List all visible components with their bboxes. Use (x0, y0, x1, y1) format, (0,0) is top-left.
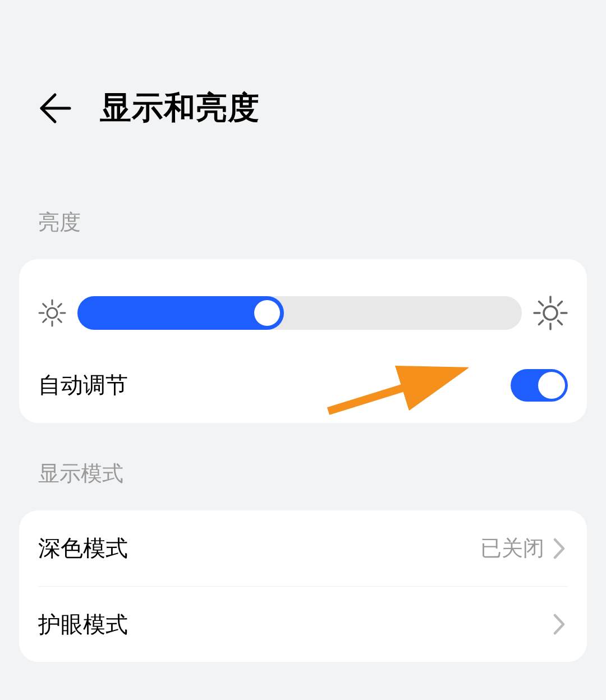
chevron-right-icon (551, 616, 568, 633)
brightness-low-icon (38, 299, 66, 327)
auto-brightness-row: 自动调节 (38, 347, 568, 423)
svg-line-7 (43, 319, 47, 323)
chevron-right-icon (551, 540, 568, 557)
auto-brightness-label: 自动调节 (38, 370, 128, 400)
display-mode-card: 深色模式 已关闭 护眼模式 (19, 510, 587, 662)
toggle-knob (538, 372, 565, 399)
eye-protection-row[interactable]: 护眼模式 (38, 586, 568, 662)
brightness-slider-thumb[interactable] (254, 300, 280, 326)
dark-mode-row[interactable]: 深色模式 已关闭 (38, 510, 568, 586)
svg-line-5 (43, 304, 47, 307)
svg-line-15 (558, 320, 562, 324)
svg-line-14 (539, 302, 543, 306)
svg-line-17 (558, 302, 562, 306)
eye-protection-label: 护眼模式 (38, 609, 128, 640)
back-button[interactable] (38, 91, 72, 125)
dark-mode-label: 深色模式 (38, 533, 128, 564)
brightness-slider-row (38, 296, 568, 330)
svg-line-6 (58, 319, 62, 323)
page-title: 显示和亮度 (100, 87, 260, 130)
auto-brightness-toggle[interactable] (511, 369, 568, 402)
brightness-card: 自动调节 (19, 259, 587, 423)
brightness-slider[interactable] (77, 296, 522, 330)
svg-point-9 (544, 306, 557, 320)
section-label-display-mode: 显示模式 (0, 459, 606, 488)
section-label-brightness: 亮度 (0, 208, 606, 237)
dark-mode-value: 已关闭 (480, 534, 544, 563)
svg-line-16 (539, 320, 543, 324)
svg-point-0 (47, 308, 57, 318)
brightness-slider-fill (77, 296, 284, 330)
brightness-high-icon (533, 296, 568, 330)
svg-line-8 (58, 304, 62, 307)
